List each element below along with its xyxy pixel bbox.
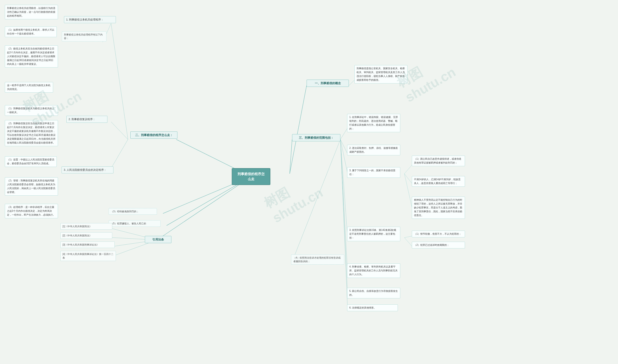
node-l1-1-sub2: （2）赔偿义务机关应当在收到赔偿请求之日起2个月内作出决定，逾期不作决定或者请求… xyxy=(5,45,58,67)
node-r2-c3-sub1: （1）因公民自己故意作虚假供述，或者伪造其他有罪证据被羁押或者被判处刑罚的； xyxy=(412,156,465,166)
node-l1-1-content: 刑事赔偿义务机关处理程序有以下内容： xyxy=(62,31,107,41)
node-r2-c7: 5. 因公民自伤、自残等故意行为导致损害发生的。 xyxy=(347,288,400,299)
svg-line-10 xyxy=(349,80,355,86)
svg-line-1 xyxy=(157,177,251,240)
node-l4: （5）犯罪嫌疑人、被告人死亡的 xyxy=(109,220,161,227)
node-l1-2-sub2: （2）刑事赔偿复议应当自收到复议申请之日起2个月内作出复议决定，赔偿请求人对复议… xyxy=(5,120,58,146)
svg-line-21 xyxy=(404,174,413,211)
svg-line-13 xyxy=(340,139,348,174)
center-node: 刑事赔偿的程序怎么走 xyxy=(232,168,270,185)
mindmap-container: 树图shutu.cn 树图shutu.cn 树图shutu.cn 刑事赔偿的程序… xyxy=(0,0,618,364)
node-l1-3-sub1: （1）设置：中级以上人民法院应置赔偿委员会，赔偿委员会由3至7名审判人员组成。 xyxy=(5,156,57,167)
svg-line-23 xyxy=(404,238,413,247)
node-l1-2-title: 2. 刑事赔偿复议程序： xyxy=(66,116,107,123)
node-l1: 二、刑事赔偿的程序怎么走： xyxy=(130,131,177,139)
node-r2-c6: 4. 刑事侦查、检察、审判所利机关以及看守所、监狱管理机关的工作人员与刑事职权无… xyxy=(347,263,400,278)
svg-line-19 xyxy=(404,164,413,174)
svg-line-14 xyxy=(340,139,348,238)
svg-line-11 xyxy=(340,128,348,139)
node-r2-c3-sub2: 不满14岁的人，已满14岁不满16岁，犯故意杀人，故意伤害致人重伤或死亡等罪行； xyxy=(412,176,465,187)
node-cite-2: [2]《中华人民共和国刑法》 xyxy=(60,232,112,239)
node-l1-1-title: 1. 刑事赔偿义务机关处理程序： xyxy=(64,16,116,23)
svg-line-17 xyxy=(340,139,348,295)
node-cite-4: [4]《中华人民共和国刑事诉讼法》第一百四十二条 xyxy=(60,251,116,261)
svg-line-12 xyxy=(340,139,348,154)
node-l3: （3）经特赦免除刑罚的； xyxy=(109,208,157,215)
connector-lines xyxy=(0,0,618,364)
node-l1-1-detail1: 刑事赔偿义务机关处理赔偿，以侵权行为的违法性已确认为前提，这一点与行政赔偿的依据… xyxy=(5,5,58,19)
node-l1-3-title: 3. 人民法院赔偿委员会的决定程序： xyxy=(62,167,113,173)
node-cite-3: [3]《中华人民共和国刑事诉讼法》 xyxy=(60,241,115,248)
node-r2-c2: 2. 违法采取查封、扣押、冻结、追缴等措施造成财产损害的。 xyxy=(347,145,400,155)
node-r2-c4-sub1: （1）情节轻微，危害不大，不认为犯罪的； xyxy=(412,231,465,237)
node-r1: 一、刑事赔偿的概念 xyxy=(307,80,349,87)
node-r2-c3-sub3: 精神病人不受刑讯认定不能控制自己行为的时候犯了罪的，这些人之所以被无罪释放，并非… xyxy=(412,196,465,219)
svg-line-4 xyxy=(290,86,307,174)
node-r1-detail: 刑事赔偿是指公安机关、国家安全机关、检察机关、审判机关、监狱管理机关及其工作人员… xyxy=(354,65,407,83)
svg-line-5 xyxy=(290,139,292,174)
node-l1-3-sub3: （3）处理程序：是一种非诉程序，应自立案之起3个月内作出赔偿决定，决定为终局决定… xyxy=(5,204,58,218)
node-r2-c4-sub2: （2）犯罪已过追诉时效期限的； xyxy=(412,242,465,248)
svg-line-7 xyxy=(111,122,128,139)
node-l1-1-sub1: （1）如果有两个赔偿义务机关，请求人可以向任何一个提出赔偿请求。 xyxy=(5,26,57,37)
node-r2-c3: 3. 属于下列情形之一的，国家不承担赔偿责任： xyxy=(347,167,400,178)
node-r2-c1: 1. 在刑事诉讼中，错误拘留、错误逮捕、无罪错判的；刑讯逼供、违法使用武器、警械… xyxy=(347,114,400,132)
node-cite-1: [1]《中华人民共和国刑法》 xyxy=(60,223,112,230)
node-r2-c4: 3. 依照刑事诉讼法第15条、第142条第2款规定不追究刑事责任的人被羁押的，这… xyxy=(347,227,400,241)
svg-line-15 xyxy=(292,139,340,262)
node-l1-1-note: 这一程序不适用于人民法院为赔偿义务机关的情况。 xyxy=(5,82,53,93)
svg-line-16 xyxy=(340,139,348,274)
node-r2-c5: （4）依照刑法告诉才处理的犯罪没有告诉或者撤回告诉的； xyxy=(291,255,344,265)
node-r2: 三、刑事赔偿的范围包括： xyxy=(292,134,340,141)
svg-line-6 xyxy=(111,23,128,139)
node-cite-main: 引用法条 xyxy=(145,236,171,243)
svg-line-18 xyxy=(340,139,348,310)
node-l1-3-sub2: （2）管辖：刑事赔偿复议机关所在地的同级人民法院赔偿委员会管辖，如赔偿义务机关为… xyxy=(5,177,58,196)
svg-line-22 xyxy=(404,236,413,238)
watermark-3: 树图shutu.cn xyxy=(261,169,325,226)
svg-line-20 xyxy=(404,174,413,184)
node-r2-c8: 6. 法律规定的其他情形。 xyxy=(347,304,398,311)
node-l1-2-sub1: （1）刑事赔偿复议机关为赔偿义务机关的上一级机关。 xyxy=(5,105,58,116)
